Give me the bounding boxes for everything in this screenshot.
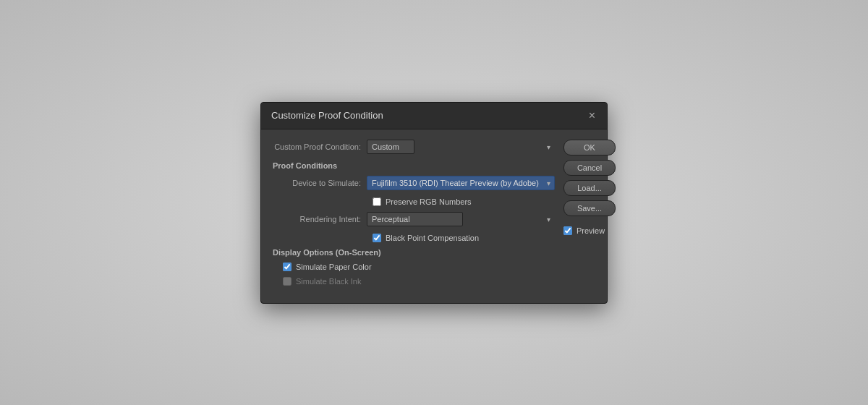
close-button[interactable]: × (587, 110, 597, 122)
rendering-intent-label: Rendering Intent: (273, 215, 367, 223)
device-to-simulate-select-wrapper: Fujifilm 3510 (RDI) Theater Preview (by … (367, 176, 555, 190)
load-button[interactable]: Load... (563, 180, 616, 196)
rendering-intent-select-wrapper: Perceptual Relative Colorimetric Saturat… (367, 212, 555, 226)
device-to-simulate-select[interactable]: Fujifilm 3510 (RDI) Theater Preview (by … (367, 176, 555, 190)
simulate-paper-label[interactable]: Simulate Paper Color (296, 263, 372, 271)
black-point-label[interactable]: Black Point Compensation (386, 234, 479, 242)
save-button[interactable]: Save... (563, 200, 616, 216)
preview-checkbox[interactable] (563, 226, 572, 235)
preserve-rgb-checkbox[interactable] (373, 197, 381, 206)
simulate-paper-row: Simulate Paper Color (273, 263, 555, 271)
preserve-rgb-row: Preserve RGB Numbers (273, 197, 555, 206)
device-to-simulate-label: Device to Simulate: (273, 179, 367, 187)
proof-conditions-heading: Proof Conditions (273, 161, 555, 170)
black-point-checkbox[interactable] (373, 234, 381, 242)
preview-row: Preview (563, 226, 616, 235)
black-point-row: Black Point Compensation (273, 234, 555, 242)
custom-proof-condition-row: Custom Proof Condition: Custom (273, 140, 555, 154)
dialog-main: Custom Proof Condition: Custom Proof Con… (273, 140, 555, 291)
dialog-body: Custom Proof Condition: Custom Proof Con… (261, 129, 607, 303)
custom-proof-condition-select[interactable]: Custom (367, 140, 414, 154)
custom-proof-condition-label: Custom Proof Condition: (273, 142, 367, 151)
simulate-ink-label: Simulate Black Ink (296, 277, 361, 286)
cancel-button[interactable]: Cancel (563, 160, 616, 176)
preview-label[interactable]: Preview (576, 226, 605, 235)
dialog-titlebar: Customize Proof Condition × (261, 103, 607, 129)
dialog-title: Customize Proof Condition (271, 110, 383, 121)
simulate-ink-row: Simulate Black Ink (273, 277, 555, 286)
ok-button[interactable]: OK (563, 140, 616, 155)
dialog-actions: OK Cancel Load... Save... Preview (563, 140, 616, 291)
custom-proof-condition-select-wrapper: Custom (367, 140, 555, 154)
display-options-heading: Display Options (On-Screen) (273, 248, 555, 257)
rendering-intent-row: Rendering Intent: Perceptual Relative Co… (273, 212, 555, 226)
device-to-simulate-row: Device to Simulate: Fujifilm 3510 (RDI) … (273, 176, 555, 190)
rendering-intent-select[interactable]: Perceptual Relative Colorimetric Saturat… (367, 212, 463, 226)
customize-proof-dialog: Customize Proof Condition × Custom Proof… (260, 102, 608, 304)
simulate-ink-checkbox (283, 277, 292, 286)
preserve-rgb-label[interactable]: Preserve RGB Numbers (386, 197, 472, 206)
simulate-paper-checkbox[interactable] (283, 263, 292, 271)
